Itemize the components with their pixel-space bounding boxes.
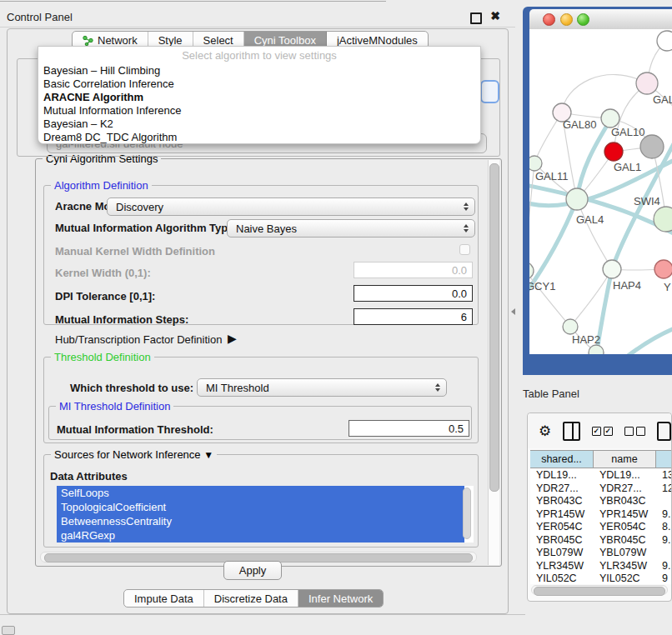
table-hscrollbar[interactable]: [531, 585, 668, 595]
apply-button[interactable]: Apply: [223, 561, 282, 580]
data-attributes-label: Data Attributes: [50, 470, 128, 482]
network-graph: GAL GAL80 GAL10 GAL1 GAL11 GAL4 SWI4 HAP…: [529, 29, 672, 354]
network-node-hap4[interactable]: [603, 260, 621, 278]
aracne-mode-value: Discovery: [116, 201, 163, 213]
table-row[interactable]: YBR043CYBR043C: [530, 495, 671, 508]
network-node-salmon[interactable]: [654, 260, 672, 278]
network-node-hap2[interactable]: [563, 319, 578, 334]
node-label: GAL10: [611, 126, 644, 138]
control-panel-titlebar: Control Panel ✖: [0, 8, 515, 28]
table-row[interactable]: YBR045CYBR045C9.: [530, 534, 671, 548]
network-node-gray[interactable]: [640, 135, 664, 158]
sources-legend: Sources for Network Inference ▼: [51, 448, 217, 462]
attr-item-selected[interactable]: gal4RGexp: [57, 528, 464, 542]
algorithm-option[interactable]: Bayesian – K2: [43, 118, 113, 130]
network-node-gal4[interactable]: [566, 188, 588, 210]
algorithm-option[interactable]: Dream8 DC_TDC Algorithm: [43, 131, 177, 143]
algorithm-option-selected[interactable]: ARACNE Algorithm: [43, 91, 143, 103]
mi-threshold-field[interactable]: [349, 420, 469, 437]
table-toolbar: ⚙ ✓✓: [528, 413, 671, 448]
mi-type-combo[interactable]: Naive Bayes: [227, 219, 475, 238]
table-row[interactable]: YIL052CYIL052C9: [530, 572, 671, 584]
tab-discretize-data[interactable]: Discretize Data: [204, 590, 298, 607]
export-table-icon[interactable]: [657, 422, 671, 441]
table-row[interactable]: YBL079WYBL079W: [530, 547, 671, 560]
table-row[interactable]: YPR145WYPR145W9.: [530, 508, 671, 522]
tab-impute-data[interactable]: Impute Data: [124, 590, 204, 607]
hub-section-label[interactable]: Hub/Transcription Factor Definition: [55, 333, 222, 346]
table-row[interactable]: YER054CYER054C8.: [530, 521, 671, 534]
network-node-gcy1[interactable]: [529, 262, 534, 279]
table-row[interactable]: YDL19...YDL19...13: [530, 469, 671, 482]
settings-vscroll-thumb[interactable]: [489, 163, 499, 492]
table-row[interactable]: YLR345WYLR345W9.: [530, 560, 671, 573]
network-node-swi4[interactable]: [654, 207, 672, 232]
manual-kernel-checkbox[interactable]: [459, 244, 470, 255]
mi-threshold-label: Mutual Information Threshold:: [57, 423, 213, 436]
algorithm-option[interactable]: Mutual Information Inference: [43, 104, 181, 117]
kernel-width-field[interactable]: [354, 262, 473, 278]
attr-list-vscroll-thumb[interactable]: [463, 488, 471, 539]
tab-infer-network[interactable]: Infer Network: [298, 590, 383, 607]
table-header-col3[interactable]: [656, 451, 671, 468]
mi-steps-label: Mutual Information Steps:: [55, 313, 188, 326]
zoom-traffic-light[interactable]: [577, 13, 589, 26]
network-node[interactable]: [657, 31, 672, 51]
select-all-columns-icon[interactable]: ✓✓: [592, 427, 613, 436]
which-threshold-combo[interactable]: MI Threshold: [197, 378, 447, 397]
mini-corner-button[interactable]: [2, 626, 15, 635]
attr-item-selected[interactable]: BetweennessCentrality: [57, 514, 464, 528]
settings-vscrollbar[interactable]: [488, 160, 499, 565]
network-node[interactable]: [589, 345, 604, 354]
aracne-mode-combo[interactable]: Discovery: [107, 198, 475, 216]
node-label: HAP4: [613, 279, 641, 292]
table-header-name[interactable]: name: [594, 451, 656, 468]
network-node-gal2[interactable]: [636, 72, 658, 94]
table-row[interactable]: YDR27...YDR27...12: [530, 482, 671, 496]
dpi-tolerance-label: DPI Tolerance [0,1]:: [55, 290, 155, 302]
node-label: GAL11: [535, 170, 569, 182]
data-attributes-list: SelfLoops TopologicalCoefficient Between…: [57, 486, 474, 542]
cyni-bottom-tabs: Impute Data Discretize Data Infer Networ…: [123, 589, 384, 608]
network-node-gal1[interactable]: [604, 142, 623, 161]
stepper-icon: [435, 383, 440, 392]
mi-steps-field[interactable]: [354, 308, 473, 325]
mi-type-label: Mutual Information Algorithm Type:: [55, 222, 238, 234]
deselect-all-columns-icon[interactable]: [624, 427, 645, 436]
node-label: GAL80: [563, 118, 596, 131]
close-icon[interactable]: ✖: [490, 9, 500, 22]
mi-type-value: Naive Bayes: [236, 222, 297, 235]
algorithm-option[interactable]: Bayesian – Hill Climbing: [43, 64, 160, 77]
node-label: HAP2: [572, 333, 600, 346]
float-window-icon[interactable]: [470, 12, 482, 24]
minimize-traffic-light[interactable]: [560, 13, 573, 26]
network-window-titlebar: [529, 9, 672, 30]
hub-expand-icon[interactable]: ▶: [228, 332, 237, 345]
table-header-shared[interactable]: shared...: [530, 451, 594, 468]
close-traffic-light[interactable]: [543, 13, 555, 26]
sources-collapse-icon[interactable]: ▼: [203, 449, 213, 461]
attr-item-selected[interactable]: SelfLoops: [57, 486, 464, 500]
algorithm-dropdown-hint: Select algorithm to view settings: [38, 49, 480, 62]
dpi-tolerance-field[interactable]: [354, 285, 473, 302]
network-icon: [83, 35, 93, 46]
algorithm-option[interactable]: Basic Correlation Inference: [43, 78, 174, 90]
gear-icon[interactable]: ⚙: [539, 422, 551, 440]
which-threshold-label: Which threshold to use:: [70, 382, 193, 394]
table-header-row: shared... name: [530, 450, 671, 468]
bottom-divider: [0, 614, 525, 615]
attr-item-selected[interactable]: TopologicalCoefficient: [57, 500, 464, 514]
stepper-icon: [464, 224, 469, 232]
splitpane-handle-icon[interactable]: [511, 308, 515, 315]
table-panel: ⚙ ✓✓ shared... name YDL19...YDL19...13 Y…: [527, 412, 672, 602]
algorithm-combo-focus-fragment[interactable]: [480, 80, 499, 103]
node-label: SWI4: [634, 195, 660, 208]
network-canvas[interactable]: GAL GAL80 GAL10 GAL1 GAL11 GAL4 SWI4 HAP…: [529, 29, 672, 354]
network-node-gal10[interactable]: [601, 109, 619, 128]
tab-network-label: Network: [98, 34, 138, 47]
split-columns-icon[interactable]: [563, 422, 580, 441]
threshold-legend: Threshold Definition: [51, 351, 154, 363]
mi-threshold-legend: MI Threshold Definition: [56, 400, 173, 412]
table-hscroll-thumb[interactable]: [534, 587, 665, 596]
network-node-gal11[interactable]: [529, 156, 542, 171]
